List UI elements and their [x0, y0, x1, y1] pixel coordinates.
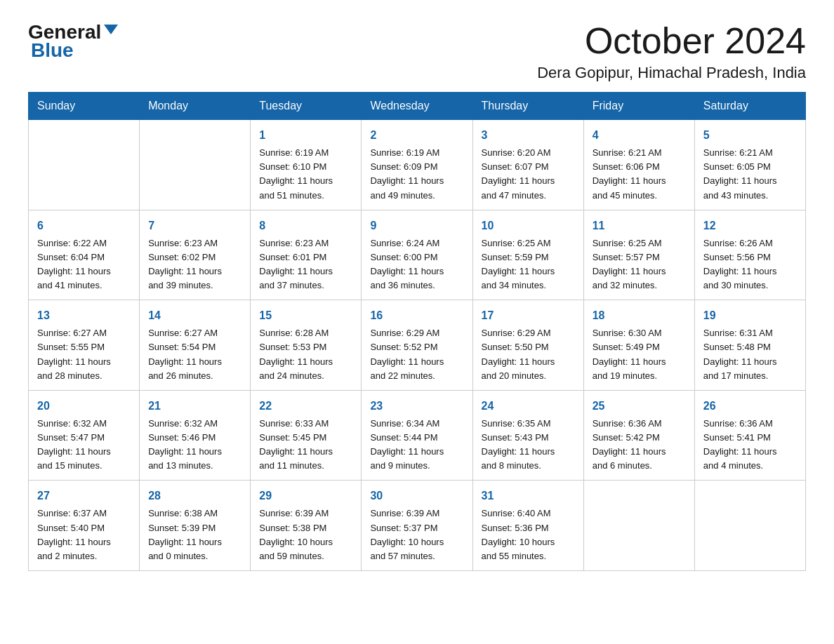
- day-info: Sunrise: 6:20 AMSunset: 6:07 PMDaylight:…: [482, 146, 575, 203]
- day-info: Sunrise: 6:26 AMSunset: 5:56 PMDaylight:…: [703, 236, 797, 293]
- logo-blue: Blue: [28, 39, 74, 62]
- calendar-cell: 9Sunrise: 6:24 AMSunset: 6:00 PMDaylight…: [362, 210, 472, 300]
- calendar-cell: 1Sunrise: 6:19 AMSunset: 6:10 PMDaylight…: [251, 120, 362, 210]
- day-info: Sunrise: 6:23 AMSunset: 6:02 PMDaylight:…: [148, 236, 241, 293]
- calendar-cell: 13Sunrise: 6:27 AMSunset: 5:55 PMDayligh…: [29, 300, 140, 391]
- day-number: 21: [148, 398, 241, 415]
- calendar-cell: 21Sunrise: 6:32 AMSunset: 5:46 PMDayligh…: [140, 390, 251, 481]
- day-info: Sunrise: 6:24 AMSunset: 6:00 PMDaylight:…: [370, 236, 463, 293]
- calendar-cell: 20Sunrise: 6:32 AMSunset: 5:47 PMDayligh…: [29, 390, 140, 481]
- day-info: Sunrise: 6:36 AMSunset: 5:41 PMDaylight:…: [703, 417, 797, 474]
- calendar-cell: 26Sunrise: 6:36 AMSunset: 5:41 PMDayligh…: [694, 390, 805, 481]
- day-number: 2: [370, 127, 463, 144]
- calendar-day-header-wednesday: Wednesday: [362, 93, 472, 120]
- day-info: Sunrise: 6:32 AMSunset: 5:46 PMDaylight:…: [148, 417, 241, 474]
- day-number: 5: [703, 127, 797, 144]
- day-info: Sunrise: 6:22 AMSunset: 6:04 PMDaylight:…: [37, 236, 131, 293]
- day-number: 27: [37, 488, 131, 504]
- calendar-cell: [140, 120, 251, 210]
- title-block: October 2024 Dera Gopipur, Himachal Prad…: [537, 21, 806, 82]
- calendar-cell: 3Sunrise: 6:20 AMSunset: 6:07 PMDaylight…: [472, 120, 583, 210]
- day-info: Sunrise: 6:39 AMSunset: 5:38 PMDaylight:…: [259, 507, 352, 563]
- day-info: Sunrise: 6:25 AMSunset: 5:59 PMDaylight:…: [482, 236, 575, 293]
- day-number: 31: [482, 488, 575, 504]
- calendar-day-header-sunday: Sunday: [29, 93, 140, 120]
- day-number: 20: [37, 398, 131, 415]
- calendar-day-header-friday: Friday: [583, 93, 694, 120]
- calendar-cell: 2Sunrise: 6:19 AMSunset: 6:09 PMDaylight…: [362, 120, 472, 210]
- day-info: Sunrise: 6:36 AMSunset: 5:42 PMDaylight:…: [593, 417, 686, 474]
- day-info: Sunrise: 6:21 AMSunset: 6:06 PMDaylight:…: [593, 146, 686, 203]
- day-info: Sunrise: 6:19 AMSunset: 6:10 PMDaylight:…: [259, 146, 352, 203]
- calendar-cell: [29, 120, 140, 210]
- logo: General Blue: [28, 21, 118, 62]
- day-number: 22: [259, 398, 352, 415]
- day-number: 17: [482, 307, 575, 324]
- calendar-cell: [694, 481, 805, 571]
- calendar-cell: 23Sunrise: 6:34 AMSunset: 5:44 PMDayligh…: [362, 390, 472, 481]
- day-info: Sunrise: 6:21 AMSunset: 6:05 PMDaylight:…: [703, 146, 797, 203]
- day-number: 11: [593, 217, 686, 234]
- calendar-cell: 6Sunrise: 6:22 AMSunset: 6:04 PMDaylight…: [29, 210, 140, 300]
- logo-triangle-icon: [104, 25, 118, 34]
- calendar-cell: 28Sunrise: 6:38 AMSunset: 5:39 PMDayligh…: [140, 481, 251, 571]
- day-number: 18: [593, 307, 686, 324]
- day-number: 6: [37, 217, 131, 234]
- calendar-day-header-thursday: Thursday: [472, 93, 583, 120]
- day-number: 4: [593, 127, 686, 144]
- day-number: 8: [259, 217, 352, 234]
- day-number: 15: [259, 307, 352, 324]
- day-info: Sunrise: 6:30 AMSunset: 5:49 PMDaylight:…: [593, 326, 686, 383]
- calendar-cell: 17Sunrise: 6:29 AMSunset: 5:50 PMDayligh…: [472, 300, 583, 391]
- day-info: Sunrise: 6:38 AMSunset: 5:39 PMDaylight:…: [148, 507, 241, 563]
- calendar-cell: 15Sunrise: 6:28 AMSunset: 5:53 PMDayligh…: [251, 300, 362, 391]
- calendar-cell: 7Sunrise: 6:23 AMSunset: 6:02 PMDaylight…: [140, 210, 251, 300]
- day-number: 3: [482, 127, 575, 144]
- calendar-title: October 2024: [537, 21, 806, 61]
- calendar-day-header-tuesday: Tuesday: [251, 93, 362, 120]
- day-number: 24: [482, 398, 575, 415]
- calendar-cell: 27Sunrise: 6:37 AMSunset: 5:40 PMDayligh…: [29, 481, 140, 571]
- day-number: 7: [148, 217, 241, 234]
- calendar-week-row-4: 20Sunrise: 6:32 AMSunset: 5:47 PMDayligh…: [29, 390, 806, 481]
- day-info: Sunrise: 6:23 AMSunset: 6:01 PMDaylight:…: [259, 236, 352, 293]
- day-number: 30: [370, 488, 463, 504]
- calendar-cell: 16Sunrise: 6:29 AMSunset: 5:52 PMDayligh…: [362, 300, 472, 391]
- calendar-day-header-monday: Monday: [140, 93, 251, 120]
- calendar-week-row-2: 6Sunrise: 6:22 AMSunset: 6:04 PMDaylight…: [29, 210, 806, 300]
- day-number: 16: [370, 307, 463, 324]
- calendar-cell: 4Sunrise: 6:21 AMSunset: 6:06 PMDaylight…: [583, 120, 694, 210]
- calendar-week-row-5: 27Sunrise: 6:37 AMSunset: 5:40 PMDayligh…: [29, 481, 806, 571]
- calendar-cell: 29Sunrise: 6:39 AMSunset: 5:38 PMDayligh…: [251, 481, 362, 571]
- day-number: 14: [148, 307, 241, 324]
- calendar-cell: 18Sunrise: 6:30 AMSunset: 5:49 PMDayligh…: [583, 300, 694, 391]
- calendar-cell: 5Sunrise: 6:21 AMSunset: 6:05 PMDaylight…: [694, 120, 805, 210]
- calendar-cell: [583, 481, 694, 571]
- calendar-cell: 22Sunrise: 6:33 AMSunset: 5:45 PMDayligh…: [251, 390, 362, 481]
- day-info: Sunrise: 6:39 AMSunset: 5:37 PMDaylight:…: [370, 507, 463, 563]
- calendar-cell: 12Sunrise: 6:26 AMSunset: 5:56 PMDayligh…: [694, 210, 805, 300]
- day-number: 19: [703, 307, 797, 324]
- day-info: Sunrise: 6:29 AMSunset: 5:52 PMDaylight:…: [370, 326, 463, 383]
- day-info: Sunrise: 6:31 AMSunset: 5:48 PMDaylight:…: [703, 326, 797, 383]
- calendar-cell: 10Sunrise: 6:25 AMSunset: 5:59 PMDayligh…: [472, 210, 583, 300]
- day-info: Sunrise: 6:32 AMSunset: 5:47 PMDaylight:…: [37, 417, 131, 474]
- calendar-cell: 8Sunrise: 6:23 AMSunset: 6:01 PMDaylight…: [251, 210, 362, 300]
- day-number: 12: [703, 217, 797, 234]
- calendar-cell: 14Sunrise: 6:27 AMSunset: 5:54 PMDayligh…: [140, 300, 251, 391]
- day-info: Sunrise: 6:29 AMSunset: 5:50 PMDaylight:…: [482, 326, 575, 383]
- location-subtitle: Dera Gopipur, Himachal Pradesh, India: [537, 64, 806, 82]
- calendar-cell: 30Sunrise: 6:39 AMSunset: 5:37 PMDayligh…: [362, 481, 472, 571]
- calendar-cell: 11Sunrise: 6:25 AMSunset: 5:57 PMDayligh…: [583, 210, 694, 300]
- day-number: 25: [593, 398, 686, 415]
- day-info: Sunrise: 6:28 AMSunset: 5:53 PMDaylight:…: [259, 326, 352, 383]
- calendar-cell: 19Sunrise: 6:31 AMSunset: 5:48 PMDayligh…: [694, 300, 805, 391]
- day-info: Sunrise: 6:27 AMSunset: 5:55 PMDaylight:…: [37, 326, 131, 383]
- calendar-header-row: SundayMondayTuesdayWednesdayThursdayFrid…: [29, 93, 806, 120]
- day-number: 9: [370, 217, 463, 234]
- day-number: 1: [259, 127, 352, 144]
- day-info: Sunrise: 6:19 AMSunset: 6:09 PMDaylight:…: [370, 146, 463, 203]
- day-number: 26: [703, 398, 797, 415]
- day-info: Sunrise: 6:40 AMSunset: 5:36 PMDaylight:…: [482, 507, 575, 563]
- calendar-cell: 25Sunrise: 6:36 AMSunset: 5:42 PMDayligh…: [583, 390, 694, 481]
